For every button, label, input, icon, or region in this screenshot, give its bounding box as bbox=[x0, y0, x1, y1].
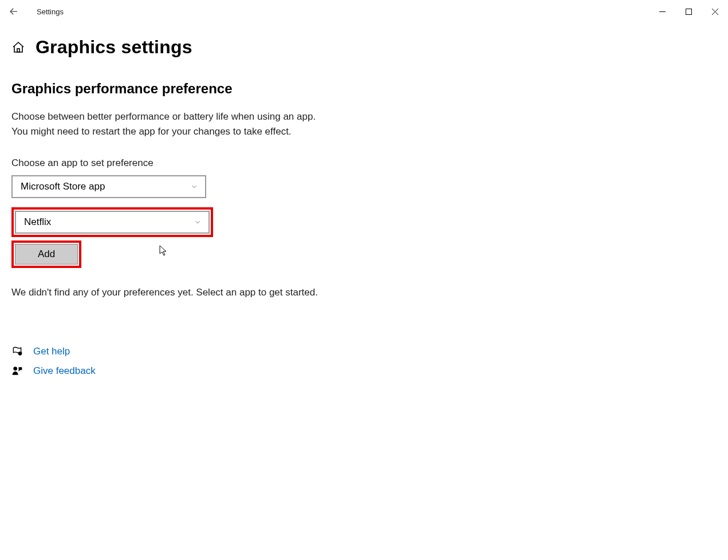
give-feedback-row: Give feedback bbox=[11, 365, 714, 377]
choose-app-label: Choose an app to set preference bbox=[11, 156, 332, 171]
get-help-link[interactable]: Get help bbox=[33, 346, 70, 357]
app-type-dropdown[interactable]: Microsoft Store app bbox=[11, 175, 206, 198]
app-title: Settings bbox=[37, 7, 64, 16]
page-title: Graphics settings bbox=[36, 37, 192, 58]
close-icon bbox=[712, 9, 718, 15]
window-controls bbox=[649, 2, 728, 21]
maximize-icon bbox=[686, 9, 692, 15]
page-header: Graphics settings bbox=[11, 37, 714, 58]
maximize-button[interactable] bbox=[675, 2, 702, 21]
minimize-button[interactable] bbox=[649, 2, 675, 21]
title-bar: Settings bbox=[0, 0, 728, 23]
title-bar-left: Settings bbox=[5, 2, 64, 21]
help-icon: ? bbox=[11, 346, 23, 357]
home-icon[interactable] bbox=[11, 41, 25, 54]
get-help-row: ? Get help bbox=[11, 346, 714, 357]
svg-rect-2 bbox=[686, 9, 691, 14]
app-type-value: Microsoft Store app bbox=[21, 181, 105, 192]
app-select-value: Netflix bbox=[24, 216, 51, 228]
minimize-icon bbox=[659, 9, 666, 15]
app-select-dropdown[interactable]: Netflix bbox=[15, 211, 210, 234]
svg-rect-5 bbox=[17, 49, 19, 52]
chevron-down-icon bbox=[190, 183, 198, 191]
arrow-left-icon bbox=[9, 6, 19, 17]
feedback-icon bbox=[11, 365, 23, 377]
svg-text:?: ? bbox=[19, 352, 21, 356]
section-description: Choose between better performance or bat… bbox=[11, 109, 332, 140]
give-feedback-link[interactable]: Give feedback bbox=[33, 365, 96, 377]
add-button-highlight: Add bbox=[11, 240, 81, 268]
app-select-highlight: Netflix bbox=[11, 207, 213, 237]
section-title: Graphics performance preference bbox=[11, 81, 714, 97]
empty-state-text: We didn't find any of your preferences y… bbox=[11, 285, 332, 300]
add-button-label: Add bbox=[38, 249, 55, 260]
content-area: Graphics settings Graphics performance p… bbox=[0, 23, 728, 377]
back-button[interactable] bbox=[5, 2, 23, 21]
add-button[interactable]: Add bbox=[15, 244, 78, 265]
close-button[interactable] bbox=[702, 2, 728, 21]
svg-point-8 bbox=[13, 367, 17, 371]
chevron-down-icon bbox=[194, 218, 202, 226]
